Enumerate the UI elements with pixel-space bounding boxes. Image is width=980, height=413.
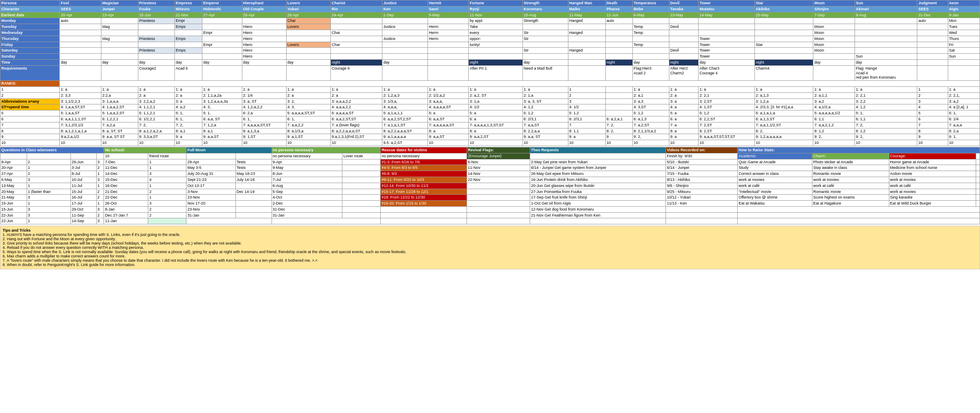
date-empress: 21-Nov [175, 12, 202, 18]
r8-judg: 8 [917, 128, 948, 134]
ns3-n: 3 [148, 171, 186, 177]
time-priestess: day [138, 59, 174, 65]
q7-n3: 2 [96, 195, 104, 201]
r9-sun: 9: 2, [855, 134, 917, 140]
sun-chariot [330, 54, 382, 60]
sun-empress [175, 54, 202, 60]
q5-date: 13-May [0, 183, 27, 189]
rank-mag-1: 1: a [101, 86, 138, 92]
fm9-date: 23-Nov [186, 206, 236, 212]
r6-moon: 6: 1,1 [813, 116, 855, 122]
r9-emp: 9: a [175, 134, 202, 140]
rank-aeon-1: 1: a [948, 86, 980, 92]
abbrev-dev: 3: a [669, 98, 699, 104]
bottom-row-5: 13-May 1 11-Jul 1 16-Dec 1 Oct 13-17 6-A… [0, 183, 980, 189]
mon-empress: Empr [175, 18, 202, 24]
sat-devil: Devil [669, 48, 699, 54]
ns11-n [148, 218, 186, 224]
charm6: Romantic movie [812, 189, 889, 195]
sat-justice [382, 48, 428, 54]
ns9-n: 2 [148, 206, 186, 212]
rank-dev-2: 2: a [669, 92, 699, 98]
abbrev-hier: 3: a, ST [242, 98, 286, 104]
abbrev-tow: 3: 2,ST [699, 98, 755, 104]
date-sun: 9-Aug [855, 12, 917, 18]
rank-row-2: 2 2: 3,3 2:2,a 2: a 2: a 2: 1,1,a,2a 2: … [0, 92, 980, 98]
wed-chariot: Char [330, 30, 382, 36]
abbrev-char: 3: a,a,a,2,2 [330, 98, 382, 104]
fri-chariot: Char [330, 42, 382, 48]
thu-star [754, 36, 813, 42]
friday-row: Friday Empr Hiero Lovers Char tunity! Te… [0, 42, 980, 48]
sun-temperance [632, 54, 669, 60]
rescue4: #9-11: From 9/22 to 10/3 [381, 177, 467, 183]
pn4: 7-Jul [272, 177, 342, 183]
req-hangedman [568, 65, 605, 80]
academic-header: Academic: [738, 153, 812, 159]
abbrev-dth [605, 98, 632, 104]
thu-magician: Mag [101, 36, 138, 42]
tue-death [605, 24, 632, 30]
acad7: Offertory box @ shrine [738, 195, 812, 201]
rescue7: #18: From 12/22 to 12/30 [381, 195, 467, 201]
r5-sun: 5: 1, [855, 110, 917, 116]
rank-num-1: 1 [0, 86, 60, 92]
pn5: 6-Aug [272, 183, 342, 189]
r6-char: 6: a,a,2,ST,ST [330, 116, 382, 122]
r9-hier: 9: 1,ST [242, 134, 286, 140]
char-mitsuru: Mitsuru [175, 6, 202, 12]
rank-char-2: 2: a [330, 92, 382, 98]
tip-1: 1. ALWAYS have a matching persona for sp… [3, 233, 180, 237]
stat1x [976, 159, 980, 165]
sat-magician [101, 48, 138, 54]
rank-fool-1: 1: a [60, 86, 101, 92]
thu-sun [855, 36, 917, 42]
q4-n1: 3 [27, 177, 70, 183]
persona-justice: Justice [382, 0, 428, 6]
rn10: 10 [0, 140, 60, 146]
req-priestess: Courage2 [138, 65, 174, 80]
q11-n1: 1 [27, 218, 70, 224]
rank-fool-2: 2: 3,3 [60, 92, 101, 98]
pn3: 8-Jun [272, 171, 342, 177]
fri-magician [101, 42, 138, 48]
stat6x [976, 189, 980, 195]
ns5-date: 16-Dec [104, 183, 148, 189]
req-star: Charm4 [754, 65, 813, 80]
r8-just: 8: a,2,2,a,a,a,ST [382, 128, 428, 134]
mon-fortune: by appt [469, 18, 522, 24]
char-rio: Rio [330, 6, 382, 12]
tue-chariot [330, 24, 382, 30]
st-moon: 4: a,1/2,a [813, 104, 855, 110]
char-ken: Ken [382, 6, 428, 12]
sun-star [754, 54, 813, 60]
r7-temp: 7: a,2,ST [632, 122, 669, 128]
pn3b [342, 171, 381, 177]
persona-empress: Empress [175, 0, 202, 6]
abbrev-sun: 3: 2,2 [855, 98, 917, 104]
ns4-n: 4 [148, 177, 186, 183]
time-moon: day [813, 59, 855, 65]
rank-moon-1: 1: a [813, 86, 855, 92]
r7-sun: 7: 2, [855, 122, 917, 128]
wed-magician [101, 30, 138, 36]
pn10b [342, 212, 381, 218]
fri-death [605, 42, 632, 48]
time-row: Time day day day day day day day night d… [0, 59, 980, 65]
r10-temp: 10 [632, 140, 669, 146]
theo9: 12-Nov Get dog food from Koromaru [530, 206, 666, 212]
thu-emperor [202, 36, 242, 42]
rank-temp-2: 2: a,1 [632, 92, 669, 98]
r10-judg: 10 [917, 140, 948, 146]
r7-judg: 7 [917, 122, 948, 128]
fm5-data [235, 183, 272, 189]
persona-judgment: Judgment [917, 0, 948, 6]
stat8x [976, 201, 980, 207]
char-shinjiro: Shinjiro [813, 6, 855, 12]
rank-sun-2: 2: 2,1 [855, 92, 917, 98]
date-temperance: 6-May [632, 12, 669, 18]
pn-label: no persona necessary [272, 153, 342, 159]
mon-hierophant [242, 18, 286, 24]
pn1: 9-Apr [272, 159, 342, 165]
r10-str: 10 [522, 140, 568, 146]
